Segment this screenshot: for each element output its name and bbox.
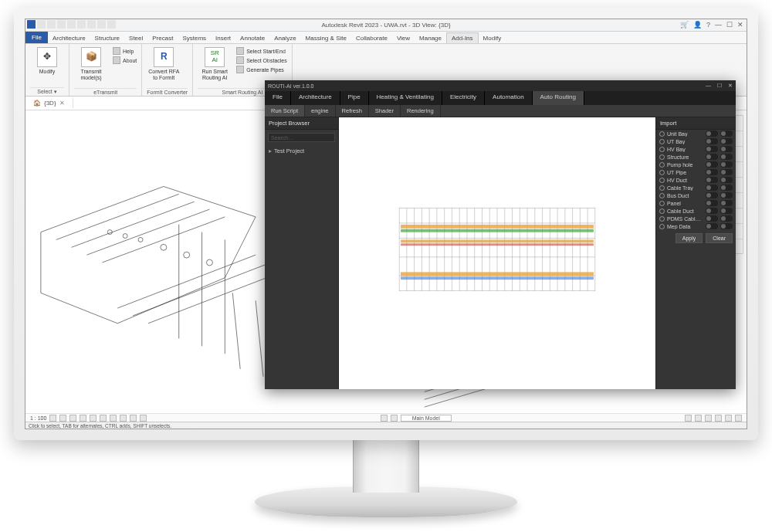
vc-icon[interactable]	[391, 415, 398, 422]
project-search-input[interactable]: Search…	[268, 133, 335, 142]
ribbon-tab[interactable]: Annotate	[235, 33, 269, 43]
vc-icon[interactable]	[715, 415, 722, 422]
import-row[interactable]: Panel	[656, 199, 736, 207]
radio-icon[interactable]	[659, 154, 665, 160]
quick-access-toolbar[interactable]	[27, 20, 116, 29]
generate-pipes-button[interactable]: Generate Pipes	[236, 66, 287, 73]
qat-icon[interactable]	[87, 20, 96, 29]
toggle-switch[interactable]	[720, 192, 733, 198]
vc-icon[interactable]	[110, 415, 117, 422]
vc-icon[interactable]	[685, 415, 692, 422]
toggle-switch[interactable]	[720, 200, 733, 206]
select-obstacles-button[interactable]: Select Obstacles	[236, 56, 287, 64]
ribbon-tab[interactable]: Collaborate	[351, 33, 392, 43]
toggle-switch[interactable]	[706, 192, 718, 198]
modify-button[interactable]: ✥ Modify	[30, 47, 64, 75]
run-smart-routing-button[interactable]: SRAI Run Smart Routing AI	[198, 47, 232, 80]
vc-icon[interactable]	[381, 415, 388, 422]
plugin-tab[interactable]: Heating & Ventilating	[369, 91, 442, 105]
toggle-switch[interactable]	[720, 161, 733, 168]
view-scale[interactable]: 1 : 100	[30, 415, 46, 421]
vc-icon[interactable]	[80, 415, 86, 422]
radio-icon[interactable]	[659, 162, 665, 168]
vc-icon[interactable]	[705, 415, 712, 422]
select-dropdown[interactable]: Select ▾	[30, 87, 64, 96]
vc-icon[interactable]	[130, 415, 137, 422]
import-row[interactable]: Pump hole	[656, 161, 736, 168]
toggle-switch[interactable]	[706, 161, 718, 168]
ribbon-tab[interactable]: Systems	[178, 33, 211, 43]
vc-icon[interactable]	[140, 415, 147, 422]
import-row[interactable]: Unit Bay	[656, 130, 736, 137]
plugin-tab[interactable]: File	[265, 91, 291, 105]
toggle-switch[interactable]	[720, 154, 733, 160]
vc-icon[interactable]	[725, 415, 732, 422]
radio-icon[interactable]	[659, 208, 665, 214]
toggle-switch[interactable]	[720, 130, 733, 137]
plugin-titlebar[interactable]: ROUTI-AI ver.1.0.0 — ☐ ✕	[265, 80, 736, 91]
transmit-button[interactable]: 📦 Transmit model(s)	[74, 47, 108, 80]
project-tree-item[interactable]: ▸Test Project	[265, 145, 338, 157]
radio-icon[interactable]	[659, 224, 665, 229]
radio-icon[interactable]	[659, 178, 665, 183]
radio-icon[interactable]	[659, 193, 665, 198]
vc-icon[interactable]	[90, 415, 96, 422]
import-row[interactable]: HV Bay	[656, 145, 736, 153]
about-button[interactable]: About	[113, 56, 137, 64]
vc-icon[interactable]	[695, 415, 702, 422]
plugin-close-button[interactable]: ✕	[728, 83, 733, 89]
vc-icon[interactable]	[735, 415, 742, 422]
radio-icon[interactable]	[659, 170, 665, 175]
convert-rfa-button[interactable]: R Convert RFA to FormIt	[147, 47, 181, 80]
radio-icon[interactable]	[659, 216, 665, 222]
import-row[interactable]: HV Duct	[656, 176, 736, 184]
ribbon-tab-addins[interactable]: Add-Ins	[446, 32, 479, 43]
plugin-subtab[interactable]: engine	[305, 105, 336, 117]
radio-icon[interactable]	[659, 131, 665, 137]
plugin-tab-auto-routing[interactable]: Auto Routing	[533, 91, 584, 105]
plugin-subtab[interactable]: Shader	[369, 105, 401, 117]
toggle-switch[interactable]	[720, 215, 733, 222]
radio-icon[interactable]	[659, 185, 665, 191]
plugin-subtab[interactable]: Rendering	[401, 105, 441, 117]
toggle-switch[interactable]	[720, 208, 733, 214]
vc-icon[interactable]	[49, 415, 56, 422]
ribbon-tab[interactable]: Architecture	[48, 33, 90, 43]
maximize-button[interactable]: ☐	[726, 21, 733, 29]
import-row[interactable]: Mep Data	[656, 222, 736, 230]
ribbon-tab[interactable]: Analyze	[269, 33, 300, 43]
file-tab[interactable]: File	[25, 32, 48, 43]
qat-icon[interactable]	[77, 20, 86, 29]
import-row[interactable]: Cable Tray	[656, 184, 736, 191]
qat-icon[interactable]	[57, 20, 66, 29]
toggle-switch[interactable]	[706, 177, 718, 183]
vc-icon[interactable]	[100, 415, 107, 422]
plugin-maximize-button[interactable]: ☐	[717, 83, 722, 89]
import-row[interactable]: Cable Duct	[656, 207, 736, 215]
ribbon-tab[interactable]: Modify	[479, 33, 506, 43]
ribbon-tab[interactable]: Steel	[124, 33, 147, 43]
import-row[interactable]: UT Bay	[656, 137, 736, 145]
view-tab-3d[interactable]: 🏠 {3D} ✕	[25, 98, 73, 108]
plugin-subtab[interactable]: Refresh	[336, 105, 369, 117]
toggle-switch[interactable]	[706, 215, 718, 222]
toggle-switch[interactable]	[706, 138, 718, 144]
minimize-button[interactable]: —	[715, 21, 722, 29]
user-icon[interactable]: 👤	[693, 21, 702, 29]
qat-icon[interactable]	[67, 20, 76, 29]
plugin-tab[interactable]: Pipe	[340, 91, 369, 105]
toggle-switch[interactable]	[720, 223, 733, 229]
vc-icon[interactable]	[59, 415, 66, 422]
import-row[interactable]: UT Pipe	[656, 168, 736, 176]
plugin-3d-viewport[interactable]	[339, 117, 655, 389]
radio-icon[interactable]	[659, 201, 665, 206]
toggle-switch[interactable]	[706, 185, 718, 191]
close-view-button[interactable]: ✕	[59, 100, 65, 107]
import-row[interactable]: Bus Duct	[656, 191, 736, 199]
toggle-switch[interactable]	[706, 208, 718, 214]
radio-icon[interactable]	[659, 147, 665, 152]
import-row[interactable]: Structure	[656, 153, 736, 161]
help-icon[interactable]: ?	[706, 21, 710, 29]
toggle-switch[interactable]	[706, 154, 718, 160]
toggle-switch[interactable]	[706, 130, 718, 137]
